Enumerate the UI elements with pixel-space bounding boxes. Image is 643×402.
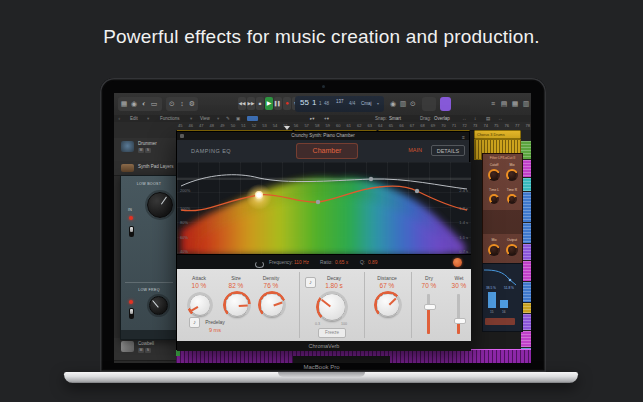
ruler-tick: 59 bbox=[325, 122, 329, 130]
h-zoom-icon[interactable]: ↔ bbox=[462, 115, 467, 122]
density-value[interactable]: 76 % bbox=[251, 282, 291, 289]
lcd-tempo[interactable]: 137 bbox=[336, 99, 344, 104]
solo-button[interactable]: S bbox=[145, 348, 151, 353]
menu-view[interactable]: View bbox=[200, 115, 210, 122]
menu-edit[interactable]: Edit bbox=[130, 115, 138, 122]
menu-functions[interactable]: Functions bbox=[160, 115, 180, 122]
scissors-icon[interactable]: ⚙ bbox=[187, 98, 197, 110]
preset-selector[interactable]: Chamber bbox=[296, 143, 358, 159]
low-freq-toggle[interactable] bbox=[129, 308, 134, 319]
clip-magenta[interactable] bbox=[521, 331, 531, 347]
plugin-window-titlebar[interactable]: Crunchy Synth: Piano Chamber ≡ bbox=[177, 132, 469, 140]
eq-node[interactable] bbox=[316, 200, 320, 204]
cutoff-knob[interactable] bbox=[488, 169, 500, 181]
list-editors-icon[interactable]: ≡ bbox=[488, 98, 498, 110]
count-in-icon[interactable]: ◉ bbox=[388, 98, 398, 110]
damping-eq-graph[interactable]: 200% 100% 80% 60% 40% 20% 2.4 s 1.8 s 1.… bbox=[177, 162, 471, 254]
dry-slider-handle[interactable] bbox=[424, 304, 436, 310]
library-icon[interactable]: ▦ bbox=[119, 98, 129, 110]
eq-curves bbox=[177, 162, 471, 254]
editors-icon[interactable]: ◐ bbox=[139, 98, 149, 110]
tuner-icon[interactable]: ⊙ bbox=[408, 98, 418, 110]
hold-icon[interactable] bbox=[255, 261, 264, 268]
note-pads-icon[interactable]: ▤ bbox=[499, 98, 509, 110]
distance-knob[interactable] bbox=[376, 293, 400, 317]
track-row-drummer[interactable]: Drummer MS bbox=[114, 138, 176, 162]
apple-loops-icon[interactable]: ▦ bbox=[510, 98, 520, 110]
density-knob[interactable] bbox=[260, 293, 284, 317]
lcd-tick[interactable]: 48 bbox=[324, 101, 329, 106]
dry-slider[interactable] bbox=[427, 294, 430, 334]
freeze-button[interactable]: Freeze bbox=[318, 328, 346, 338]
mix2-knob[interactable] bbox=[488, 244, 500, 256]
zoom-preset-icon[interactable]: ▤ bbox=[486, 115, 490, 122]
smart-controls-icon[interactable]: ▭ bbox=[149, 98, 159, 110]
predelay-value[interactable]: 9 ms bbox=[195, 327, 235, 333]
in-toggle[interactable] bbox=[129, 226, 134, 237]
analyzer-toggle-button[interactable] bbox=[453, 258, 462, 267]
rewind-button[interactable]: ◀◀ bbox=[238, 97, 246, 110]
lcd-division[interactable]: 1 bbox=[319, 101, 322, 106]
wet-value[interactable]: 30 % bbox=[439, 282, 479, 289]
decay-knob[interactable] bbox=[318, 293, 346, 321]
mix-knob[interactable] bbox=[506, 169, 518, 181]
tab-details[interactable]: DETAILS bbox=[431, 145, 465, 156]
lcd-time-signature[interactable]: 4/4 bbox=[349, 101, 355, 106]
region-chorus3[interactable]: Chorus 3 Drums bbox=[474, 130, 521, 139]
record-button[interactable]: ● bbox=[283, 97, 291, 110]
v-zoom-icon[interactable]: ↕ bbox=[474, 115, 476, 122]
lcd-display[interactable]: 55 1 1 48 137 4/4 Cmaj ▾ bbox=[295, 96, 384, 112]
filter-subpanel bbox=[483, 210, 522, 234]
time-l-knob[interactable] bbox=[489, 194, 499, 204]
solo-button[interactable]: S bbox=[145, 148, 151, 153]
marquee-tool-icon[interactable]: ▣ bbox=[236, 115, 240, 122]
pencil-tool-icon[interactable]: ✎ bbox=[226, 115, 230, 122]
low-boost-knob[interactable] bbox=[147, 192, 173, 218]
snap-value[interactable]: Smart bbox=[389, 115, 401, 122]
close-icon[interactable] bbox=[180, 134, 184, 138]
attack-value[interactable]: 10 % bbox=[179, 282, 219, 289]
stop-button[interactable]: ■ bbox=[256, 97, 264, 110]
tab-main[interactable]: MAIN bbox=[401, 145, 429, 156]
attack-knob[interactable] bbox=[189, 294, 211, 316]
region-name: Chorus 3 Drums bbox=[477, 133, 505, 137]
forward-button[interactable]: ▶▶ bbox=[247, 97, 255, 110]
mixer-icon[interactable]: ◉ bbox=[129, 98, 139, 110]
size-value[interactable]: 82 % bbox=[216, 282, 256, 289]
browser-icon[interactable]: ↕ bbox=[177, 98, 187, 110]
pointer-mode-icon[interactable]: ▸▾ bbox=[310, 115, 315, 122]
loops-icon[interactable]: ⊙ bbox=[167, 98, 177, 110]
lcd-key-caret-icon[interactable]: ▾ bbox=[377, 101, 379, 106]
zoom-more-icon[interactable]: ↔ bbox=[498, 115, 503, 122]
lcd-bar[interactable]: 55 bbox=[300, 98, 309, 107]
add-mode-icon[interactable]: +▾ bbox=[324, 115, 329, 122]
media-browser-icon[interactable]: ▥ bbox=[521, 98, 531, 110]
track-row-cowbell[interactable]: Cowbell MS bbox=[114, 338, 176, 361]
track-row-synth[interactable]: Synth Pad Layers bbox=[114, 161, 176, 176]
low-freq-selector-knob[interactable] bbox=[149, 296, 168, 315]
ratio-value[interactable]: 0.65 x bbox=[335, 260, 348, 265]
time-r-knob[interactable] bbox=[507, 194, 517, 204]
decay-node[interactable] bbox=[369, 177, 373, 181]
pause-button[interactable]: ▌▌ bbox=[274, 97, 282, 110]
drag-value[interactable]: Overlap bbox=[434, 115, 450, 122]
mute-button[interactable]: M bbox=[138, 148, 144, 153]
wet-slider[interactable] bbox=[457, 294, 460, 334]
active-tool-chip[interactable] bbox=[247, 116, 258, 121]
size-knob[interactable] bbox=[225, 293, 249, 317]
lcd-beat[interactable]: 1 bbox=[312, 98, 316, 107]
output-knob[interactable] bbox=[506, 244, 518, 256]
lcd-key[interactable]: Cmaj bbox=[361, 101, 372, 106]
q-value[interactable]: 0.89 bbox=[368, 260, 377, 265]
midi-plugin-button[interactable] bbox=[440, 97, 451, 111]
distance-value[interactable]: 67 % bbox=[367, 282, 407, 289]
selected-eq-node[interactable] bbox=[256, 192, 263, 199]
metronome-icon[interactable]: ▥ bbox=[398, 98, 408, 110]
eq-node[interactable] bbox=[415, 189, 419, 193]
play-button[interactable]: ▶ bbox=[265, 97, 273, 110]
decay-value[interactable]: 1.80 s bbox=[314, 282, 354, 289]
mute-button[interactable]: M bbox=[138, 348, 144, 353]
wet-slider-handle[interactable] bbox=[454, 318, 466, 324]
frequency-value[interactable]: 110 Hz bbox=[294, 260, 309, 265]
pointer-tool-icon[interactable]: ⌖ bbox=[118, 115, 121, 122]
